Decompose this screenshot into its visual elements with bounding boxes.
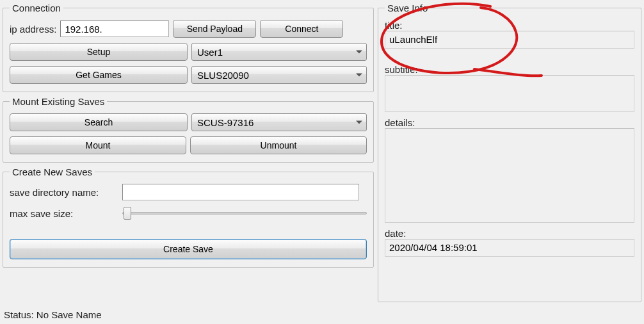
send-payload-button[interactable]: Send Payload	[173, 20, 256, 38]
get-games-button[interactable]: Get Games	[10, 66, 188, 84]
ip-label: ip address:	[10, 24, 56, 35]
details-value	[385, 128, 634, 223]
save-info-group: Save Info title: uLaunchElf subtitle: de…	[378, 3, 641, 302]
ip-input[interactable]	[60, 20, 169, 37]
dir-label: save directory name:	[10, 187, 118, 198]
mount-group: Mount Existing Saves Search SCUS-97316 M…	[3, 96, 374, 163]
search-button[interactable]: Search	[10, 113, 188, 131]
title-value: uLaunchElf	[385, 31, 634, 49]
title-label: title:	[385, 20, 634, 31]
size-label: max save size:	[10, 208, 118, 219]
chevron-down-icon	[356, 121, 362, 124]
create-save-button[interactable]: Create Save	[10, 239, 367, 259]
save-combo[interactable]: SCUS-97316	[191, 113, 367, 131]
save-info-legend: Save Info	[385, 3, 430, 13]
subtitle-label: subtitle:	[385, 64, 634, 75]
connection-group: Connection ip address: Send Payload Conn…	[3, 3, 374, 92]
mount-legend: Mount Existing Saves	[10, 96, 107, 107]
connection-legend: Connection	[10, 3, 63, 13]
subtitle-value	[385, 75, 634, 112]
unmount-button[interactable]: Unmount	[190, 136, 367, 154]
chevron-down-icon	[356, 74, 362, 77]
game-combo[interactable]: SLUS20090	[191, 66, 367, 84]
game-combo-value: SLUS20090	[197, 70, 249, 81]
mount-button[interactable]: Mount	[10, 136, 186, 154]
create-group: Create New Saves save directory name: ma…	[3, 166, 374, 268]
connect-button[interactable]: Connect	[260, 20, 343, 38]
size-slider[interactable]	[122, 206, 367, 221]
save-combo-value: SCUS-97316	[197, 117, 254, 128]
chevron-down-icon	[356, 51, 362, 54]
date-value: 2020/04/04 18:59:01	[385, 239, 634, 257]
slider-thumb[interactable]	[124, 207, 131, 220]
user-combo[interactable]: User1	[191, 43, 367, 61]
setup-button[interactable]: Setup	[10, 43, 188, 61]
status-text: Status: No Save Name	[4, 309, 102, 320]
date-label: date:	[385, 228, 634, 239]
create-legend: Create New Saves	[10, 166, 95, 177]
details-label: details:	[385, 117, 634, 128]
dir-input[interactable]	[122, 184, 359, 200]
user-combo-value: User1	[197, 47, 223, 58]
